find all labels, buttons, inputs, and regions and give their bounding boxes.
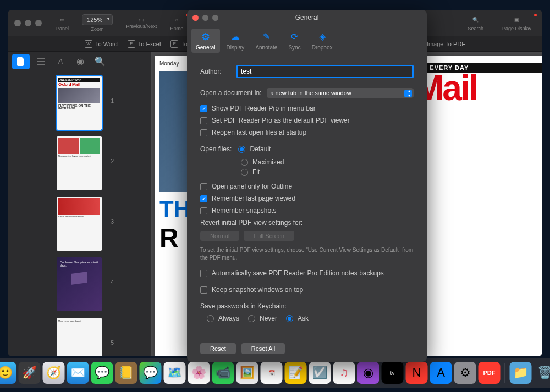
thumbnail-page-4[interactable]: Our lowest fibre price ends in 6 days. [57, 257, 102, 311]
dock-launchpad[interactable]: 🚀 [19, 362, 41, 384]
page-number: 5 [111, 340, 114, 346]
search-icon: 🔍 [95, 56, 106, 67]
search-tab[interactable]: 🔍 [91, 54, 109, 69]
dock-mail[interactable]: ✉️ [67, 362, 89, 384]
dock-contacts[interactable]: 📒 [116, 362, 138, 384]
prefs-body: Author: Open a document in: a new tab in… [187, 56, 427, 338]
cloud-icon: ☁ [229, 31, 241, 43]
dock-reminders[interactable]: ☑️ [309, 362, 331, 384]
dock-calendar[interactable]: 📅 [261, 362, 283, 384]
home-label: Home [170, 26, 183, 31]
prefs-tab-display[interactable]: ☁ Display [222, 29, 249, 53]
prev-next-control[interactable]: ↑ ↓ Previous/Next [122, 17, 161, 29]
auto-save-checkbox[interactable] [200, 270, 207, 277]
maximize-window[interactable] [35, 20, 42, 26]
outline-tab[interactable] [32, 54, 50, 69]
thumbnail-page-2[interactable]: News content layout columns text [57, 136, 102, 190]
reset-button[interactable]: Reset [200, 343, 236, 354]
prefs-tab-dropbox[interactable]: ◈ Dropbox [307, 29, 337, 53]
page-display-icon: ▣ [512, 15, 521, 25]
dock-photos[interactable]: 🌸 [188, 362, 210, 384]
thumbnail-list[interactable]: ONE EVERY DAY Oxford Mail FLYTIPPING ON … [8, 71, 151, 356]
dock-music[interactable]: ♫ [333, 362, 355, 384]
panel-button[interactable]: ▭ Panel [52, 15, 73, 31]
revert-normal-button[interactable]: Normal [200, 231, 239, 241]
prefs-close-button[interactable] [193, 15, 199, 21]
page-number: 4 [111, 279, 114, 285]
pdf-page-right: NE EVERY DAY Mail 72p U's FA Cup win set… [408, 56, 542, 356]
arrow-down-icon[interactable]: ↓ [142, 17, 145, 23]
minimize-window[interactable] [25, 20, 31, 26]
open-files-maximized-radio[interactable] [241, 159, 248, 166]
keychain-ask-radio[interactable] [286, 315, 293, 322]
to-word-button[interactable]: W To Word [85, 40, 118, 48]
thumbnail-page-5[interactable]: More news page layout [57, 318, 102, 356]
search-icon: 🔍 [471, 15, 481, 25]
to-excel-button[interactable]: E To Excel [128, 40, 161, 48]
remember-snapshots-checkbox[interactable] [200, 207, 207, 214]
close-window[interactable] [14, 20, 21, 26]
dock-pdf-reader[interactable]: PDF [479, 362, 501, 384]
remember-page-checkbox[interactable]: ✓ [200, 195, 207, 202]
page-display-button[interactable]: ▣ Page Display [498, 15, 536, 31]
zoom-select[interactable]: 125% [82, 14, 113, 25]
dock-downloads[interactable]: 📁 [510, 362, 532, 384]
open-files-default-radio[interactable] [238, 146, 245, 153]
prefs-tab-sync[interactable]: ⟳ Sync [284, 29, 305, 53]
open-doc-select[interactable]: a new tab in the same window ▴▾ [267, 88, 414, 98]
prefs-tab-general[interactable]: ⚙ General [191, 29, 220, 53]
dock-messages[interactable]: 💬 [91, 362, 113, 384]
annotations-tab[interactable]: A [52, 54, 69, 69]
home-button[interactable]: ⌂ Home [166, 15, 188, 31]
set-default-checkbox[interactable] [200, 117, 207, 124]
dock-notes[interactable]: 📝 [285, 362, 307, 384]
dock-settings[interactable]: ⚙ [454, 362, 476, 384]
dock-finder[interactable]: 🙂 [0, 362, 16, 384]
prefs-maximize-button[interactable] [212, 15, 218, 21]
camera-icon: ◉ [76, 56, 84, 67]
dock-tv[interactable]: tv [382, 362, 404, 384]
thumbnail-page-1[interactable]: ONE EVERY DAY Oxford Mail FLYTIPPING ON … [57, 76, 102, 130]
image-to-pdf-button[interactable]: Image To PDF [427, 41, 465, 47]
window-controls [14, 20, 42, 26]
keychain-never-radio[interactable] [248, 315, 255, 322]
prefs-minimize-button[interactable] [202, 15, 208, 21]
dock-podcasts[interactable]: ◉ [358, 362, 380, 384]
dock-maps[interactable]: 🗺️ [164, 362, 186, 384]
dock-trash[interactable]: 🗑️ [534, 362, 551, 384]
word-icon: W [85, 40, 92, 48]
show-menubar-checkbox[interactable]: ✓ [200, 105, 207, 112]
zoom-label: Zoom [91, 26, 104, 32]
open-panel-outline-checkbox[interactable] [200, 183, 207, 190]
panel-icon: ▭ [58, 15, 68, 25]
reopen-startup-checkbox[interactable] [200, 129, 207, 136]
author-input[interactable] [237, 65, 414, 78]
dock-safari[interactable]: 🧭 [43, 362, 65, 384]
snapshots-tab[interactable]: ◉ [72, 54, 89, 69]
open-files-label: Open files: [200, 145, 232, 153]
sidebar-tabs: A ◉ 🔍 [8, 52, 151, 71]
search-label: Search [468, 26, 483, 31]
dock-video[interactable]: 📹 [212, 362, 234, 384]
open-files-fit-radio[interactable] [241, 169, 248, 176]
thumbnails-tab[interactable] [12, 54, 30, 69]
search-button[interactable]: 🔍 Search [463, 15, 488, 31]
gear-icon: ⚙ [200, 31, 212, 43]
dock-preview[interactable]: 🖼️ [237, 362, 258, 384]
dropbox-icon: ◈ [316, 31, 328, 43]
zoom-control[interactable]: 125% Zoom [78, 14, 117, 32]
to-ppt-button[interactable]: P To [170, 40, 188, 48]
revert-fullscreen-button[interactable]: Full Screen [244, 231, 294, 241]
arrow-up-icon[interactable]: ↑ [139, 17, 141, 23]
keep-snapshot-top-checkbox[interactable] [200, 286, 207, 294]
reset-all-button[interactable]: Reset All [241, 343, 285, 354]
keep-snapshot-top-label: Keep snapshot windows on top [212, 286, 303, 294]
dock-news[interactable]: N [406, 362, 428, 384]
keychain-label: Save passwords in Keychain: [200, 302, 414, 310]
thumbnail-page-3[interactable]: Article text columns below [57, 197, 102, 251]
dock-facetime[interactable]: 💬 [140, 362, 162, 384]
keychain-always-radio[interactable] [207, 315, 214, 322]
dock-appstore[interactable]: A [430, 362, 452, 384]
prefs-tab-annotate[interactable]: ✎ Annotate [251, 29, 282, 53]
auto-save-label: Automatically save PDF Reader Pro Editio… [212, 269, 384, 277]
